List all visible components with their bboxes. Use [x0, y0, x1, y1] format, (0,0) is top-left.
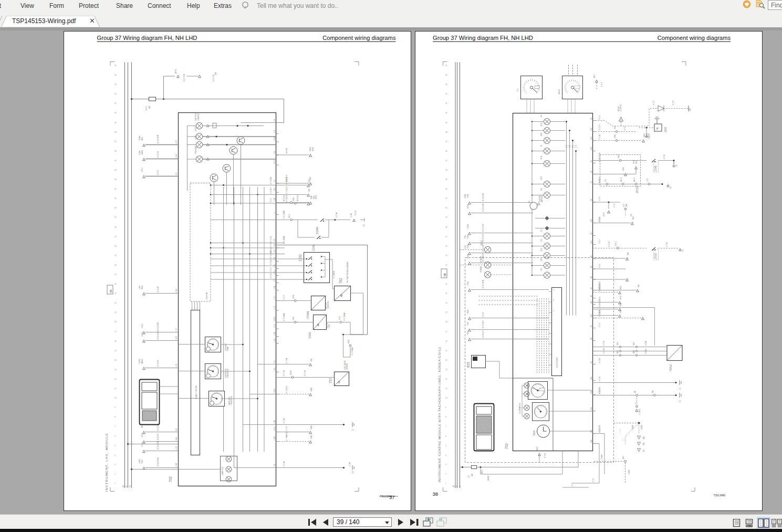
- svg-text:44: 44: [445, 74, 447, 76]
- svg-text:L928: L928: [175, 463, 178, 466]
- svg-text:UB4b: UB4b: [614, 134, 616, 138]
- svg-text:B01: B01: [590, 300, 592, 304]
- svg-text:S11: S11: [540, 229, 543, 232]
- svg-text:L97c: L97c: [274, 367, 276, 371]
- svg-text:θ: θ: [317, 323, 319, 327]
- svg-text:1.5 GN/P: 1.5 GN/P: [628, 470, 630, 475]
- svg-text:WCM: WCM: [633, 160, 635, 164]
- svg-text:CHARGING: CHARGING: [327, 301, 329, 309]
- svg-text:5: 5: [445, 445, 446, 447]
- svg-text:36: 36: [445, 150, 447, 152]
- svg-text:NB18 4: NB18 4: [633, 177, 635, 182]
- svg-text:15: 15: [456, 485, 458, 487]
- svg-text:6: 6: [114, 435, 116, 437]
- svg-text:UKSB: UKSB: [293, 295, 295, 299]
- svg-text:0.75 BL/Y: 0.75 BL/Y: [286, 174, 288, 182]
- svg-text:0.75 F: 0.75 F: [571, 482, 574, 486]
- svg-text:S032: S032: [540, 176, 543, 180]
- svg-text:B4: B4: [590, 276, 592, 278]
- svg-text:NGA7: NGA7: [139, 459, 141, 464]
- svg-text:61: 61: [459, 485, 461, 487]
- svg-text:31: 31: [445, 197, 447, 200]
- svg-text:0.75 F: 0.75 F: [283, 295, 285, 299]
- svg-text:L7: L7: [274, 212, 276, 214]
- svg-text:41: 41: [114, 102, 117, 105]
- svg-text:20: 20: [114, 302, 117, 304]
- svg-text:L917b: L917b: [274, 426, 276, 431]
- svg-text:29: 29: [445, 216, 447, 218]
- svg-text:V: V: [553, 299, 554, 301]
- svg-text:L93: L93: [274, 464, 276, 466]
- svg-text:0.75 W: 0.75 W: [286, 148, 288, 153]
- svg-text:SENSOR: SENSOR: [346, 363, 348, 370]
- svg-text:L114: L114: [274, 339, 276, 342]
- svg-text:38: 38: [433, 491, 439, 497]
- svg-text:11: 11: [114, 388, 117, 390]
- svg-text:1.6 BN/P: 1.6 BN/P: [619, 429, 621, 434]
- svg-text:0.75 F: 0.75 F: [592, 478, 595, 482]
- svg-text:0.75 BN/W: 0.75 BN/W: [343, 312, 346, 320]
- svg-text:36: 36: [114, 150, 117, 152]
- svg-text:700: 700: [533, 430, 536, 436]
- svg-text:KCN: KCN: [620, 310, 622, 313]
- svg-text:L122: L122: [175, 446, 178, 450]
- svg-text:B17: B17: [590, 232, 592, 235]
- svg-text:L1: L1: [352, 429, 354, 431]
- svg-text:NB18 2: NB18 2: [620, 177, 622, 182]
- svg-text:L96b: L96b: [274, 187, 276, 191]
- svg-text:0.75 P: 0.75 P: [286, 426, 288, 431]
- svg-text:MO2: MO2: [141, 285, 143, 289]
- svg-text:3: 3: [445, 464, 446, 466]
- svg-text:0.75 BL/R: 0.75 BL/R: [599, 310, 601, 317]
- svg-text:NC15: NC15: [141, 433, 143, 437]
- svg-text:34: 34: [114, 169, 117, 171]
- svg-text:NC15: NC15: [141, 332, 143, 336]
- svg-text:NC5B: NC5B: [467, 204, 469, 209]
- svg-text:0.75 W/GB: 0.75 W/GB: [599, 281, 601, 289]
- svg-text:NB9: NB9: [467, 322, 469, 325]
- svg-text:S09: S09: [540, 114, 543, 118]
- svg-text:L915b: L915b: [274, 270, 276, 275]
- svg-text:18: 18: [445, 321, 447, 323]
- svg-text:L15: L15: [670, 186, 672, 189]
- svg-text:CL23: CL23: [647, 178, 649, 182]
- svg-text:0.75 BL/Y: 0.75 BL/Y: [286, 386, 288, 393]
- svg-text:37: 37: [114, 141, 117, 143]
- svg-text:0.75 GN/W: 0.75 GN/W: [283, 211, 285, 218]
- svg-text:30: 30: [453, 485, 455, 487]
- svg-text:40: 40: [114, 112, 117, 114]
- svg-text:200: 200: [664, 127, 667, 132]
- svg-text:0.75 Y: 0.75 Y: [157, 169, 159, 174]
- svg-text:C1: C1: [590, 181, 592, 183]
- svg-text:3: 3: [114, 464, 116, 466]
- svg-text:CN41: CN41: [467, 281, 469, 285]
- svg-text:L11: L11: [679, 388, 681, 390]
- svg-text:ENGINE OIL: ENGINE OIL: [225, 368, 227, 378]
- svg-text:0.75 GN: 0.75 GN: [599, 178, 601, 183]
- svg-text:JC22: JC22: [623, 203, 625, 207]
- svg-text:702: 702: [169, 476, 172, 482]
- svg-text:EC15: EC15: [141, 442, 143, 446]
- svg-text:0.75 W/SB: 0.75 W/SB: [333, 271, 335, 278]
- svg-text:NB1: NB1: [634, 390, 636, 393]
- svg-text:[7069]: [7069]: [306, 311, 309, 319]
- svg-text:S010: S010: [540, 122, 543, 126]
- svg-text:0.75 RE/SB: 0.75 RE/SB: [157, 457, 159, 466]
- svg-text:L94: L94: [274, 151, 276, 154]
- svg-text:NBZ5: NBZ5: [310, 425, 312, 430]
- svg-text:COOLANT: COOLANT: [225, 343, 227, 351]
- svg-text:0.75 GN/R: 0.75 GN/R: [157, 331, 159, 339]
- svg-text:B18: B18: [590, 391, 592, 394]
- svg-text:0.75 BL: 0.75 BL: [599, 296, 601, 301]
- svg-text:INSTRUMENT, LHS, MODULE: INSTRUMENT, LHS, MODULE: [105, 433, 108, 492]
- svg-text:5: 5: [114, 445, 116, 447]
- svg-text:2018: 2018: [654, 253, 657, 259]
- svg-text:1: 1: [114, 483, 116, 485]
- svg-text:17: 17: [445, 331, 447, 333]
- svg-text:CN5: CN5: [643, 442, 645, 445]
- svg-text:L773: L773: [274, 306, 276, 309]
- svg-text:B1b: B1b: [590, 241, 592, 244]
- svg-text:HEAD: HEAD: [139, 135, 141, 141]
- svg-text:L915: L915: [274, 249, 276, 253]
- svg-text:NA: NA: [110, 289, 112, 293]
